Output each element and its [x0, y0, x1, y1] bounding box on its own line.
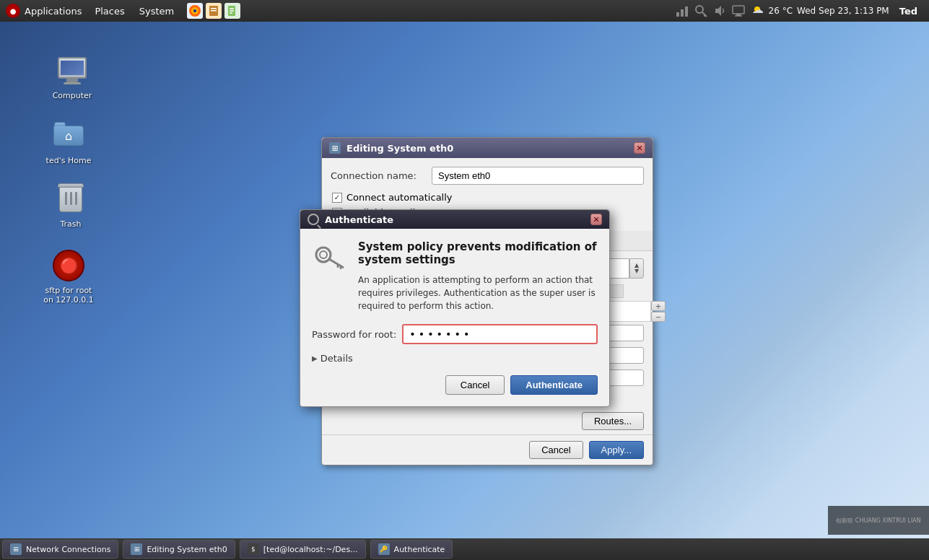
auth-cancel-button[interactable]: Cancel [445, 375, 505, 395]
routes-button[interactable]: Routes... [582, 412, 644, 430]
sftp-icon-image: 🔴 [51, 248, 86, 283]
search-icon [308, 214, 319, 225]
details-arrow-icon: ▶ [312, 354, 318, 362]
places-menu[interactable]: Places [87, 0, 131, 22]
connection-name-input[interactable] [432, 167, 644, 185]
display-icon[interactable] [731, 4, 746, 18]
svg-rect-17 [733, 6, 744, 14]
applications-menu[interactable]: ● Applications [0, 0, 87, 22]
key-icon [312, 240, 346, 275]
system-tray: 26 °C Wed Sep 23, 1:13 PM Ted [669, 4, 929, 18]
desktop: Computer ⌂ ted's Home [0, 22, 929, 538]
taskbar-editing-eth0[interactable]: ⊞ Editing System eth0 [123, 540, 235, 559]
auth-description: An application is attempting to perform … [358, 274, 598, 312]
taskbar-authenticate[interactable]: 🔑 Authenticate [370, 540, 453, 559]
svg-point-13 [696, 6, 703, 13]
sftp-icon-label: sftp for root on 127.0.0.1 [43, 286, 95, 305]
password-label: Password for root: [312, 329, 396, 340]
home-icon-image: ⌂ [51, 118, 86, 153]
svg-rect-4 [211, 8, 217, 9]
auth-title-text: Authenticate [325, 214, 393, 225]
auth-close-btn[interactable]: ✕ [590, 214, 602, 225]
desktop-icon-trash[interactable]: Trash [42, 179, 100, 232]
auth-heading: System policy prevents modification of s… [358, 240, 598, 266]
taskbar-top: ● Applications Places System [0, 0, 929, 22]
home-icon-label: ted's Home [46, 156, 92, 165]
watermark: 创新联 CHUANG XINTRUI LIAN [828, 506, 929, 535]
editing-cancel-button[interactable]: Cancel [529, 441, 583, 459]
password-row: Password for root: [312, 324, 598, 344]
bookmarks-icon[interactable] [206, 3, 222, 19]
remove-address-btn[interactable]: − [651, 312, 666, 322]
taskbar-terminal[interactable]: $ [ted@localhost:~/Des... [240, 540, 366, 559]
svg-rect-5 [211, 10, 217, 12]
desktop-icon-home[interactable]: ⌂ ted's Home [40, 115, 97, 168]
redhat-icon: ● [6, 4, 20, 18]
connect-auto-label: Connect automatically [346, 192, 453, 203]
editing-eth0-title: Editing System eth0 [346, 143, 453, 154]
editing-eth0-taskbar-icon: ⊞ [131, 543, 142, 555]
authenticate-taskbar-icon: 🔑 [378, 543, 390, 555]
keyring-icon[interactable] [694, 4, 708, 18]
editing-bottom-buttons: Cancel Apply... [322, 434, 653, 465]
auth-titlebar: Authenticate ✕ [300, 210, 609, 229]
auth-header: System policy prevents modification of s… [312, 240, 598, 312]
watermark-text: 创新联 CHUANG XINTRUI LIAN [836, 517, 921, 525]
editing-eth0-icon: ⊞ [329, 142, 341, 154]
system-menu[interactable]: System [132, 0, 181, 22]
connection-name-row: Connection name: [331, 167, 644, 185]
user-display: Ted [894, 6, 923, 17]
connect-auto-row: Connect automatically [331, 192, 644, 203]
svg-rect-11 [681, 9, 684, 17]
details-row[interactable]: ▶ Details [312, 353, 598, 364]
connection-name-label: Connection name: [331, 170, 432, 181]
svg-rect-12 [685, 6, 688, 17]
computer-icon-label: Computer [53, 91, 92, 100]
auth-content: System policy prevents modification of s… [300, 229, 609, 406]
temperature-display: 26 °C [769, 6, 793, 16]
desktop-icon-sftp[interactable]: 🔴 sftp for root on 127.0.0.1 [40, 245, 97, 307]
svg-rect-10 [676, 12, 679, 17]
firefox-icon[interactable] [187, 3, 203, 19]
routes-area: Routes... [322, 408, 653, 434]
svg-point-21 [316, 248, 331, 262]
svg-point-22 [320, 251, 327, 258]
auth-buttons: Cancel Authenticate [312, 375, 598, 395]
editor-icon[interactable] [224, 3, 240, 19]
volume-icon[interactable] [712, 4, 727, 18]
trash-icon-image [53, 182, 88, 216]
auth-authenticate-button[interactable]: Authenticate [510, 375, 598, 395]
computer-icon-image [55, 53, 90, 88]
datetime-display: Wed Sep 23, 1:13 PM [797, 6, 889, 16]
taskbar-bottom: ⊞ Network Connections ⊞ Editing System e… [0, 538, 929, 560]
editing-apply-button[interactable]: Apply... [589, 441, 644, 459]
method-spinner[interactable]: ▲ ▼ [629, 258, 644, 279]
details-label: Details [320, 353, 353, 364]
desktop-icon-computer[interactable]: Computer [43, 51, 101, 103]
svg-point-2 [193, 9, 196, 12]
menu-items: Places System [87, 0, 181, 22]
password-field[interactable] [402, 324, 598, 344]
authenticate-dialog: Authenticate ✕ System policy prevents mo… [300, 209, 610, 407]
applications-label[interactable]: Applications [25, 6, 82, 17]
terminal-taskbar-icon: $ [248, 543, 259, 555]
connect-auto-checkbox[interactable] [332, 193, 342, 203]
taskbar-network-connections[interactable]: ⊞ Network Connections [2, 540, 118, 559]
trash-icon-label: Trash [60, 219, 81, 229]
add-address-btn[interactable]: + [651, 301, 666, 311]
editing-eth0-close[interactable]: ✕ [634, 142, 645, 154]
network-connections-icon: ⊞ [10, 543, 22, 555]
weather-icon[interactable] [750, 4, 764, 18]
editing-eth0-titlebar: ⊞ Editing System eth0 ✕ [322, 138, 653, 158]
network-icon[interactable] [675, 4, 689, 18]
quicklaunch [181, 3, 246, 19]
svg-marker-16 [715, 6, 721, 16]
